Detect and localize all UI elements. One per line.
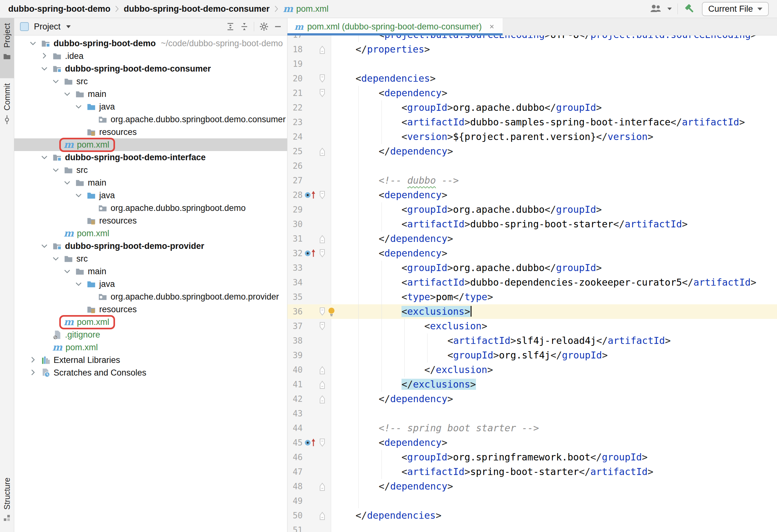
tree-item-content[interactable]: main <box>74 267 108 276</box>
annotated-tree-item[interactable]: mpom.xml <box>63 140 111 150</box>
line-number[interactable]: 47 <box>288 464 303 479</box>
chevron-down-icon[interactable] <box>40 242 48 250</box>
maven-overridden-dependency-icon[interactable] <box>304 438 317 448</box>
tree-item-content[interactable]: org.apache.dubbo.springboot.demo.consume… <box>97 115 287 124</box>
chevron-down-icon[interactable] <box>51 166 60 174</box>
tree-item-dubbo-spring-boot-demo-interface[interactable]: dubbo-spring-boot-demo-interface <box>14 151 287 164</box>
tree-item-content[interactable]: main <box>74 178 108 188</box>
fold-marker-up-icon[interactable] <box>319 380 326 389</box>
line-number[interactable]: 31 <box>288 232 303 246</box>
breadcrumb-item-project[interactable]: dubbo-spring-boot-demo <box>8 4 110 14</box>
chevron-down-icon[interactable] <box>29 39 37 47</box>
tree-item-content[interactable]: mpom.xml <box>63 229 111 239</box>
tree-item-main[interactable]: main <box>14 88 287 100</box>
line-number[interactable]: 24 <box>288 130 303 144</box>
tree-item-content[interactable]: External Libraries <box>39 355 121 365</box>
fold-marker-down-icon[interactable] <box>319 307 326 316</box>
tree-item-content[interactable]: java <box>85 102 116 112</box>
chevron-down-icon[interactable] <box>40 64 48 73</box>
tree-item-main[interactable]: main <box>14 265 287 278</box>
line-number[interactable]: 21 <box>288 86 303 100</box>
tree-item-external-libraries[interactable]: External Libraries <box>14 354 287 366</box>
tree-item-resources[interactable]: resources <box>14 303 287 316</box>
chevron-down-icon[interactable] <box>51 255 60 263</box>
line-number[interactable]: 48 <box>288 479 303 494</box>
fold-marker-up-icon[interactable] <box>319 511 326 520</box>
tree-item-pom.xml[interactable]: mpom.xml <box>14 316 287 328</box>
tree-item-content[interactable]: dubbo-spring-boot-demo-provider <box>51 241 205 251</box>
tree-item-.gitignore[interactable]: .gitignore <box>14 328 287 341</box>
chevron-down-icon[interactable] <box>75 103 83 111</box>
tree-item-content[interactable]: .gitignore <box>51 330 101 340</box>
tree-item-content[interactable]: Scratches and Consoles <box>39 368 148 378</box>
tree-item-content[interactable]: resources <box>85 127 138 137</box>
chevron-right-icon[interactable] <box>40 52 48 60</box>
line-number[interactable]: 25 <box>288 144 303 159</box>
line-number[interactable]: 45 <box>288 435 303 450</box>
line-number[interactable]: 49 <box>288 494 303 508</box>
line-number[interactable]: 46 <box>288 450 303 464</box>
tool-window-tab-project[interactable]: Project <box>0 18 14 78</box>
tool-window-tab-structure[interactable]: Structure <box>0 473 14 529</box>
tree-item-dubbo-spring-boot-demo-consumer[interactable]: dubbo-spring-boot-demo-consumer <box>14 62 287 75</box>
line-number[interactable]: 30 <box>288 217 303 232</box>
tree-item-java[interactable]: java <box>14 278 287 290</box>
line-number[interactable]: 33 <box>288 261 303 275</box>
line-number[interactable]: 50 <box>288 508 303 523</box>
line-number[interactable]: 18 <box>288 42 303 57</box>
line-number[interactable]: 40 <box>288 363 303 377</box>
chevron-down-icon[interactable] <box>75 191 83 200</box>
code-with-me-button[interactable] <box>650 4 672 14</box>
tree-item-pom.xml[interactable]: mpom.xml <box>14 341 287 354</box>
fold-marker-up-icon[interactable] <box>319 45 326 54</box>
annotated-tree-item[interactable]: mpom.xml <box>63 317 111 327</box>
settings-gear-icon[interactable] <box>259 22 269 31</box>
line-number[interactable]: 34 <box>288 275 303 290</box>
fold-marker-up-icon[interactable] <box>319 234 326 244</box>
tree-item-resources[interactable]: resources <box>14 215 287 227</box>
tree-item-content[interactable]: dubbo-spring-boot-demo-interface <box>51 153 207 162</box>
tree-item-dubbo-spring-boot-demo[interactable]: dubbo-spring-boot-demo~/code/dubbo-sprin… <box>14 37 287 50</box>
line-number[interactable]: 32 <box>288 246 303 261</box>
chevron-down-icon[interactable] <box>66 25 71 28</box>
code-editor[interactable]: 17<project.build.sourceEncoding>UTF-8</p… <box>288 35 777 532</box>
fold-marker-down-icon[interactable] <box>319 74 326 83</box>
line-number[interactable]: 42 <box>288 392 303 406</box>
fold-marker-down-icon[interactable] <box>319 438 326 447</box>
tree-item-src[interactable]: src <box>14 164 287 176</box>
tree-item-content[interactable]: org.apache.dubbo.springboot.demo.provide… <box>97 292 280 302</box>
tree-item-content[interactable]: org.apache.dubbo.springboot.demo <box>97 203 247 213</box>
tree-item-.idea[interactable]: .idea <box>14 50 287 62</box>
tree-item-src[interactable]: src <box>14 75 287 88</box>
tree-item-org.apache.dubbo.springboot.demo.consumer[interactable]: org.apache.dubbo.springboot.demo.consume… <box>14 113 287 126</box>
tree-item-content[interactable]: java <box>85 190 116 201</box>
fold-marker-up-icon[interactable] <box>319 147 326 156</box>
chevron-down-icon[interactable] <box>63 267 71 275</box>
chevron-down-icon[interactable] <box>51 77 60 86</box>
expand-all-icon[interactable] <box>226 22 235 31</box>
chevron-right-icon[interactable] <box>29 356 37 364</box>
fold-marker-down-icon[interactable] <box>319 89 326 98</box>
line-number[interactable]: 35 <box>288 290 303 304</box>
tree-item-content[interactable]: resources <box>85 305 138 314</box>
maven-overridden-dependency-icon[interactable] <box>304 248 317 258</box>
tree-item-pom.xml[interactable]: mpom.xml <box>14 138 287 151</box>
breadcrumb-item-file[interactable]: m pom.xml <box>283 4 329 14</box>
collapse-all-icon[interactable] <box>240 22 249 31</box>
line-number[interactable]: 20 <box>288 71 303 86</box>
fold-marker-up-icon[interactable] <box>319 366 326 375</box>
close-icon[interactable] <box>488 23 495 30</box>
tree-item-org.apache.dubbo.springboot.demo.provider[interactable]: org.apache.dubbo.springboot.demo.provide… <box>14 290 287 303</box>
run-configuration-selector[interactable]: Current File <box>702 2 769 16</box>
line-number[interactable]: 26 <box>288 159 303 173</box>
line-number[interactable]: 19 <box>288 57 303 71</box>
tree-item-org.apache.dubbo.springboot.demo[interactable]: org.apache.dubbo.springboot.demo <box>14 202 287 215</box>
chevron-down-icon[interactable] <box>75 280 83 288</box>
line-number[interactable]: 37 <box>288 319 303 334</box>
tree-item-src[interactable]: src <box>14 252 287 265</box>
chevron-down-icon[interactable] <box>63 90 71 98</box>
hide-panel-icon[interactable] <box>274 22 282 31</box>
chevron-right-icon[interactable] <box>29 369 37 377</box>
tree-item-content[interactable]: main <box>74 89 108 99</box>
line-number[interactable]: 44 <box>288 421 303 435</box>
